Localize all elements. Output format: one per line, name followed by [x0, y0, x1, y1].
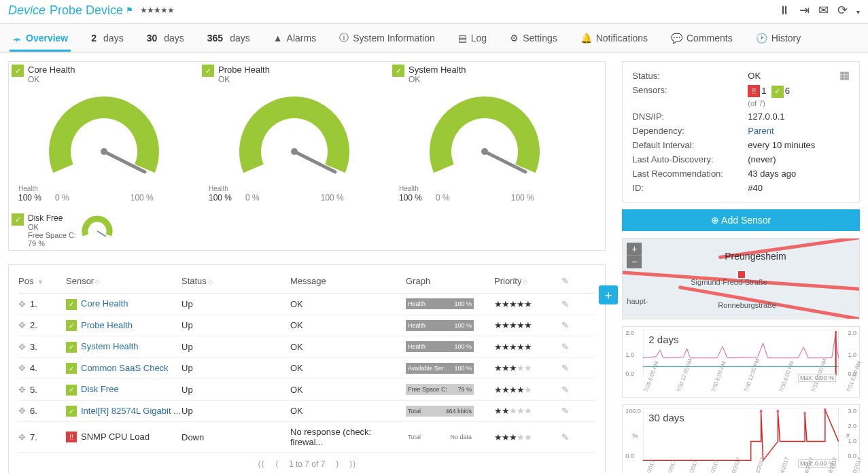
sort-icon: ◇ [95, 279, 100, 285]
tab-history[interactable]: 🕑History [753, 26, 804, 50]
table-row[interactable]: ✥1.✓Core HealthUpOKHealth100 %★★★★★✎ [18, 294, 595, 315]
drag-handle-icon[interactable]: ✥ [18, 406, 26, 416]
ok-badge-icon: ✓ [392, 65, 404, 77]
priority-stars[interactable]: ★★★★★ [494, 363, 549, 373]
pager-last-icon[interactable]: ⟩⟩ [349, 459, 356, 469]
sort-desc-icon: ▼ [37, 279, 44, 285]
sensor-link[interactable]: Probe Health [81, 320, 133, 330]
gauge-core-health[interactable]: ✓ Core Health OK Health100 % 0 %100 % [9, 62, 199, 211]
priority-stars[interactable]: ★★★★★ [494, 406, 549, 416]
warning-icon: ▲ [273, 33, 283, 43]
tab-30days[interactable]: 30days [144, 26, 187, 50]
pause-icon[interactable]: ⏸ [778, 3, 791, 17]
message-text: OK [290, 406, 406, 416]
table-row[interactable]: ✥2.✓Probe HealthUpOKHealth100 %★★★★★✎ [18, 315, 595, 337]
drag-handle-icon[interactable]: ✥ [18, 299, 26, 309]
qr-icon[interactable]: ▦ [839, 69, 850, 82]
pager-next-icon[interactable]: ⟩ [336, 459, 339, 469]
svg-rect-8 [643, 330, 839, 376]
edit-row-icon[interactable]: ✎ [549, 299, 569, 309]
col-sensor[interactable]: Sensor◇ [66, 276, 181, 286]
map-marker-icon[interactable] [737, 270, 746, 279]
table-row[interactable]: ✥7.!!SNMP CPU LoadDownNo response (check… [18, 422, 595, 453]
tab-notifications[interactable]: 🔔Notifications [578, 26, 650, 50]
tab-log[interactable]: ▤Log [455, 26, 489, 50]
mini-graph: Health100 % [406, 298, 474, 309]
edit-row-icon[interactable]: ✎ [549, 406, 569, 416]
gauge-probe-health[interactable]: ✓ Probe Health OK Health100 % 0 %100 % [199, 62, 389, 211]
edit-row-icon[interactable]: ✎ [549, 432, 569, 442]
map-zoom: + − [627, 243, 642, 268]
priority-stars[interactable]: ★★★★★ [494, 432, 549, 442]
priority-stars[interactable]: ★★★★★ [494, 299, 549, 309]
col-message[interactable]: Message [290, 276, 406, 286]
map-zoom-in[interactable]: + [627, 243, 642, 256]
drag-handle-icon[interactable]: ✥ [18, 432, 26, 442]
flag-icon[interactable]: ⚑ [126, 5, 133, 15]
table-row[interactable]: ✥6.✓Intel[R] 82574L Gigabit ...UpOKTotal… [18, 401, 595, 423]
chart-plot-icon [643, 408, 839, 461]
map-zoom-out[interactable]: − [627, 256, 642, 268]
gauge-system-health[interactable]: ✓ System Health OK Health100 % 0 %100 % [389, 62, 580, 211]
col-pos[interactable]: Pos ▼ [18, 276, 66, 286]
table-row[interactable]: ✥5.✓Disk FreeUpOKFree Space C:79 %★★★★★✎ [18, 379, 595, 401]
tab-settings[interactable]: ⚙Settings [507, 26, 560, 50]
table-row[interactable]: ✥4.✓Common SaaS CheckUpOKAvailable Ser…1… [18, 358, 595, 380]
chart-30days[interactable]: 30 days 100.0 0.0 % 3.0 2.0 1.0 0.0 # Ma… [622, 404, 860, 474]
chart-2days[interactable]: 2 days 2.0 1.0 0.0 2.0 1.0 0.0 Max: 0.00… [622, 326, 860, 398]
priority-stars[interactable]: ★★★★★ [494, 385, 549, 395]
edit-row-icon[interactable]: ✎ [549, 385, 569, 395]
add-fab[interactable]: ＋ [599, 285, 618, 304]
drag-handle-icon[interactable]: ✥ [18, 363, 26, 373]
ok-badge-icon: ✓ [12, 65, 24, 77]
map-widget[interactable]: + − Preungesheim Sigmund-Freud-Straße Ro… [622, 238, 860, 319]
mini-graph: Total464 kbit/s [406, 406, 474, 417]
svg-point-12 [760, 409, 763, 412]
tab-alarms[interactable]: ▲Alarms [271, 26, 319, 50]
col-graph[interactable]: Graph [406, 276, 494, 286]
col-status[interactable]: Status◇ [181, 276, 290, 286]
edit-row-icon[interactable]: ✎ [549, 363, 569, 373]
error-badge-icon[interactable]: !! [748, 85, 760, 97]
tab-365days[interactable]: 365days [205, 26, 253, 50]
status-badge-icon: !! [66, 432, 77, 442]
info-status-label: Status: [632, 71, 748, 81]
sensor-link[interactable]: SNMP CPU Load [81, 432, 150, 442]
info-dependency-value[interactable]: Parent [748, 126, 774, 136]
dropdown-caret-icon[interactable]: ▾ [856, 8, 860, 16]
edit-row-icon[interactable]: ✎ [549, 342, 569, 352]
sensor-link[interactable]: Disk Free [81, 384, 119, 394]
sensor-link[interactable]: Intel[R] 82574L Gigabit ... [81, 406, 181, 416]
tab-2days[interactable]: 2days [88, 26, 126, 50]
sensor-link[interactable]: Core Health [81, 298, 128, 309]
edit-row-icon[interactable]: ✎ [549, 320, 569, 330]
sensor-link[interactable]: Common SaaS Check [81, 363, 169, 373]
priority-stars[interactable]: ★★★★★ [140, 5, 174, 15]
export-icon[interactable]: ⇥ [799, 3, 810, 17]
pager-first-icon[interactable]: ⟨⟨ [258, 459, 264, 469]
gauge-disk-free[interactable]: ✓ Disk Free OK Free Space C: 79 % [9, 211, 199, 250]
mini-graph: Available Ser…100 % [406, 363, 474, 374]
refresh-icon[interactable]: ⟳ [837, 3, 848, 17]
edit-column-icon[interactable]: ✎ [549, 276, 569, 286]
mail-icon[interactable]: ✉ [818, 3, 829, 17]
priority-stars[interactable]: ★★★★★ [494, 342, 549, 352]
add-sensor-button[interactable]: ⊕ Add Sensor [622, 209, 860, 231]
gauge-title: Core Health [28, 65, 75, 75]
message-text: OK [290, 363, 406, 373]
tab-comments[interactable]: 💬Comments [668, 26, 735, 50]
pager-prev-icon[interactable]: ⟨ [275, 459, 279, 469]
ok-badge-icon[interactable]: ✓ [771, 86, 784, 98]
priority-stars[interactable]: ★★★★★ [494, 320, 549, 330]
col-priority[interactable]: Priority◇ [494, 276, 549, 286]
table-row[interactable]: ✥3.✓System HealthUpOKHealth100 %★★★★★✎ [18, 336, 595, 358]
device-name[interactable]: Probe Device [50, 3, 123, 18]
tab-sysinfo[interactable]: ⓘSystem Information [336, 25, 438, 51]
message-text: OK [290, 299, 406, 309]
tab-overview[interactable]: Overview [10, 26, 71, 50]
drag-handle-icon[interactable]: ✥ [18, 385, 26, 395]
info-icon: ⓘ [339, 32, 349, 44]
drag-handle-icon[interactable]: ✥ [18, 320, 26, 330]
sensor-link[interactable]: System Health [81, 341, 139, 351]
drag-handle-icon[interactable]: ✥ [18, 342, 26, 352]
